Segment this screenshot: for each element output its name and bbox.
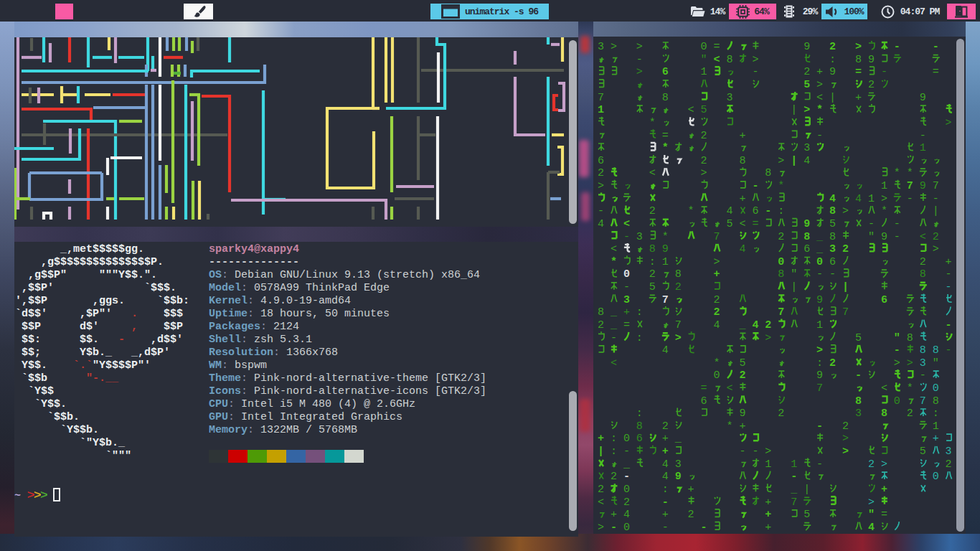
svg-text:+: + <box>662 446 669 458</box>
svg-text:1: 1 <box>701 66 707 78</box>
svg-text:*: * <box>894 167 900 179</box>
svg-text:3: 3 <box>636 231 643 243</box>
svg-text:=: = <box>623 319 630 331</box>
svg-text:*: * <box>907 167 913 179</box>
svg-text::: : <box>636 332 643 344</box>
svg-text:9: 9 <box>920 92 926 104</box>
svg-text:_: _ <box>610 319 618 331</box>
svg-text:2: 2 <box>611 471 617 483</box>
svg-text:=: = <box>701 382 707 395</box>
svg-text:1: 1 <box>598 104 604 116</box>
svg-text:<: < <box>727 382 733 395</box>
svg-text:|: | <box>791 104 797 116</box>
svg-text:4: 4 <box>727 205 733 217</box>
svg-text:4: 4 <box>855 193 862 205</box>
svg-text:+: + <box>714 268 720 281</box>
svg-text:8: 8 <box>727 54 733 66</box>
svg-text:0: 0 <box>701 41 707 53</box>
svg-text:-: - <box>752 180 758 192</box>
svg-text:0: 0 <box>623 433 630 445</box>
svg-text:>: > <box>842 433 849 445</box>
svg-text:>: > <box>598 522 604 534</box>
svg-text:*: * <box>727 420 733 433</box>
svg-text:+: + <box>611 509 617 521</box>
svg-text:*: * <box>662 142 669 154</box>
svg-text:-: - <box>946 268 952 281</box>
svg-text:|: | <box>842 281 849 293</box>
svg-text:2: 2 <box>714 294 720 306</box>
svg-text:6: 6 <box>662 66 669 78</box>
svg-text:9: 9 <box>829 66 836 78</box>
svg-text:5: 5 <box>804 79 810 91</box>
svg-text:2: 2 <box>675 281 682 293</box>
svg-text:8: 8 <box>933 344 939 357</box>
svg-text:|: | <box>598 446 604 458</box>
svg-text:5: 5 <box>701 104 707 116</box>
svg-text:<: < <box>739 218 745 230</box>
svg-text:>: > <box>933 243 939 255</box>
svg-text:2: 2 <box>701 130 707 142</box>
svg-text:|: | <box>804 484 810 496</box>
svg-text:-: - <box>881 66 887 78</box>
svg-text:3: 3 <box>946 446 952 458</box>
svg-text:+: + <box>598 433 604 445</box>
svg-text:5: 5 <box>920 446 926 458</box>
svg-text:3: 3 <box>675 458 682 471</box>
svg-text:8: 8 <box>649 243 656 255</box>
svg-text:8: 8 <box>855 54 862 66</box>
svg-text:0: 0 <box>714 369 720 382</box>
svg-text::: : <box>816 357 823 369</box>
svg-text:9: 9 <box>920 180 926 192</box>
svg-text::: : <box>611 433 617 445</box>
svg-text:|: | <box>791 281 797 293</box>
svg-text:8: 8 <box>933 395 939 408</box>
svg-text::: : <box>611 446 617 458</box>
svg-text:0: 0 <box>778 256 784 268</box>
svg-text:_: _ <box>790 484 798 496</box>
svg-text:=: = <box>933 66 939 78</box>
svg-text:-: - <box>816 458 823 471</box>
svg-text:-: - <box>946 281 952 293</box>
svg-text:2: 2 <box>946 458 952 471</box>
svg-text:+: + <box>688 484 694 496</box>
svg-text:-: - <box>868 218 875 230</box>
svg-text:-: - <box>933 41 939 53</box>
svg-text:3: 3 <box>829 243 836 255</box>
svg-text:+: + <box>739 420 745 433</box>
svg-text:8: 8 <box>662 92 669 104</box>
svg-text:5: 5 <box>727 218 733 230</box>
svg-text:8: 8 <box>881 408 887 420</box>
svg-text:2: 2 <box>829 357 836 369</box>
svg-text:6: 6 <box>829 256 836 268</box>
svg-text:-: - <box>752 66 758 78</box>
svg-text:>: > <box>636 41 643 53</box>
svg-text:9: 9 <box>739 408 745 420</box>
svg-text:-: - <box>816 268 823 281</box>
svg-text:3: 3 <box>623 294 630 306</box>
svg-text:9: 9 <box>881 231 887 243</box>
svg-text:2: 2 <box>688 509 694 521</box>
svg-text:": " <box>894 332 900 344</box>
svg-text::: : <box>933 408 939 420</box>
svg-text:9: 9 <box>816 369 823 382</box>
svg-text:|: | <box>791 155 797 167</box>
svg-text:>: > <box>778 155 784 167</box>
svg-text:-: - <box>816 420 823 433</box>
svg-text:8: 8 <box>598 306 604 319</box>
svg-text:0: 0 <box>816 256 823 268</box>
svg-text:-: - <box>894 344 900 357</box>
svg-text:-: - <box>855 369 862 382</box>
svg-text:>: > <box>855 41 862 53</box>
svg-text:<: < <box>649 167 656 179</box>
svg-text:2: 2 <box>842 243 849 255</box>
svg-text:1: 1 <box>816 319 823 331</box>
svg-text:+: + <box>816 66 823 78</box>
svg-text:": " <box>868 509 875 521</box>
svg-text:=: = <box>855 66 862 78</box>
svg-text:8: 8 <box>675 268 682 281</box>
svg-text:-: - <box>611 332 617 344</box>
svg-text:>: > <box>714 256 720 268</box>
svg-text:8: 8 <box>920 344 926 357</box>
svg-text:-: - <box>623 446 630 458</box>
svg-text:2: 2 <box>933 231 939 243</box>
